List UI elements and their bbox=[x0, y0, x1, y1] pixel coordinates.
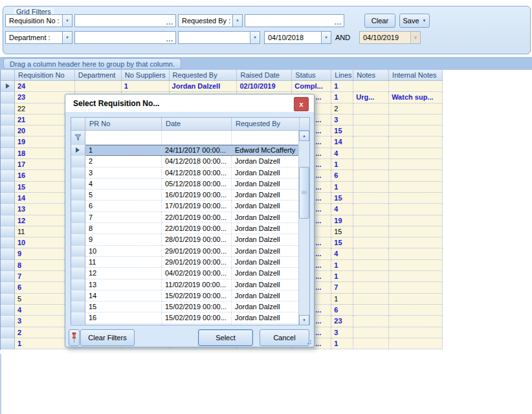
cell-status[interactable]: Compl... bbox=[292, 81, 331, 92]
row-selector-cell[interactable] bbox=[1, 159, 15, 170]
dialog-row-selector-cell[interactable] bbox=[71, 246, 85, 257]
dialog-cell-date[interactable]: 04/12/2018 00:00... bbox=[162, 156, 232, 167]
dialog-cell-requested-by[interactable]: Edward McCafferty bbox=[232, 145, 300, 156]
cell-internal-notes[interactable] bbox=[389, 125, 443, 136]
dialog-cell-pr-no[interactable]: 14 bbox=[85, 290, 162, 301]
dialog-cell-requested-by[interactable]: Jordan Dalzell bbox=[232, 290, 300, 301]
department-filter-input[interactable]: ... bbox=[74, 31, 176, 44]
clear-filters-button[interactable]: Clear Filters bbox=[80, 329, 135, 346]
ellipsis-icon[interactable]: ... bbox=[166, 36, 175, 43]
dialog-row-selector-cell[interactable] bbox=[71, 268, 85, 279]
scrollbar-thumb[interactable] bbox=[299, 167, 309, 219]
dialog-row-selector-cell[interactable] bbox=[71, 301, 85, 312]
dialog-list-item[interactable]: 11 29/01/2019 00:00... Jordan Dalzell bbox=[71, 257, 309, 268]
dialog-list-item[interactable]: 1 24/11/2017 00:00... Edward McCafferty bbox=[71, 145, 309, 156]
dialog-cell-pr-no[interactable]: 11 bbox=[85, 257, 162, 268]
cell-notes[interactable] bbox=[353, 136, 389, 147]
cell-internal-notes[interactable] bbox=[389, 327, 443, 338]
requested-by-filter-input[interactable]: ... bbox=[245, 14, 344, 27]
header-requested-by[interactable]: Requested By bbox=[170, 70, 238, 80]
cell-notes[interactable] bbox=[353, 170, 389, 181]
dialog-cell-pr-no[interactable]: 12 bbox=[85, 268, 162, 279]
header-department[interactable]: Department bbox=[75, 70, 122, 80]
dialog-cell-requested-by[interactable]: Jordan Dalzell bbox=[232, 168, 300, 179]
cell-lines[interactable]: 7 bbox=[331, 282, 353, 293]
cell-lines[interactable]: 3 bbox=[331, 327, 353, 338]
ellipsis-icon[interactable]: ... bbox=[335, 19, 344, 27]
dialog-row-selector-cell[interactable] bbox=[71, 201, 85, 212]
select-button[interactable]: Select bbox=[198, 329, 253, 346]
row-selector-cell[interactable] bbox=[1, 193, 15, 204]
dialog-cell-pr-no[interactable]: 5 bbox=[85, 190, 162, 201]
filter-funnel-cell[interactable] bbox=[71, 131, 85, 144]
cell-lines[interactable]: 1 bbox=[331, 182, 353, 193]
cell-internal-notes[interactable] bbox=[389, 282, 443, 293]
row-selector-cell[interactable] bbox=[1, 136, 15, 147]
chevron-down-icon[interactable]: ▼ bbox=[62, 15, 72, 27]
dialog-cell-requested-by[interactable]: Jordan Dalzell bbox=[232, 179, 300, 190]
dialog-cell-date[interactable]: 15/02/2019 00:00... bbox=[162, 290, 232, 301]
cell-notes[interactable] bbox=[353, 215, 389, 226]
cell-internal-notes[interactable] bbox=[389, 104, 443, 114]
dialog-row-selector-cell[interactable] bbox=[71, 312, 85, 323]
dialog-cell-pr-no[interactable]: 15 bbox=[85, 301, 162, 312]
cell-notes[interactable] bbox=[353, 237, 389, 248]
row-selector-cell[interactable] bbox=[1, 182, 15, 193]
chevron-down-icon[interactable]: ▼ bbox=[250, 32, 260, 43]
dialog-cell-requested-by[interactable]: Jordan Dalzell bbox=[232, 279, 300, 290]
dialog-cell-pr-no[interactable]: 2 bbox=[85, 156, 162, 167]
row-selector-cell[interactable] bbox=[1, 81, 15, 92]
cell-lines[interactable]: 4 bbox=[331, 204, 353, 215]
cell-internal-notes[interactable] bbox=[389, 204, 443, 215]
cell-notes[interactable] bbox=[353, 104, 389, 114]
dialog-cell-requested-by[interactable]: Jordan Dalzell bbox=[232, 246, 300, 257]
cell-notes[interactable] bbox=[353, 271, 389, 282]
cell-internal-notes[interactable] bbox=[389, 226, 443, 237]
dialog-cell-date[interactable]: 04/02/2019 00:00... bbox=[162, 268, 232, 279]
ellipsis-icon[interactable]: ... bbox=[166, 19, 175, 27]
header-selector-cell[interactable] bbox=[1, 70, 15, 80]
cell-lines[interactable]: 4 bbox=[331, 148, 353, 159]
chevron-down-icon[interactable]: ▼ bbox=[423, 19, 427, 23]
cell-notes[interactable] bbox=[353, 294, 389, 305]
dialog-list-item[interactable]: 10 29/01/2019 00:00... Jordan Dalzell bbox=[71, 246, 309, 257]
dialog-cell-requested-by[interactable]: Jordan Dalzell bbox=[232, 234, 300, 245]
dialog-cell-date[interactable]: 29/01/2019 00:00... bbox=[162, 257, 232, 268]
header-raised-date[interactable]: Raised Date bbox=[237, 70, 292, 80]
dialog-list-item[interactable]: 15 15/02/2019 00:00... Jordan Dalzell bbox=[71, 301, 309, 312]
cell-notes[interactable] bbox=[353, 338, 389, 349]
row-selector-cell[interactable] bbox=[1, 282, 15, 293]
cell-notes[interactable] bbox=[353, 204, 389, 215]
header-internal-notes[interactable]: Internal Notes bbox=[389, 70, 443, 80]
row-selector-cell[interactable] bbox=[1, 260, 15, 271]
dialog-cell-date[interactable]: 22/01/2019 00:00... bbox=[162, 212, 232, 223]
dialog-cell-requested-by[interactable]: Jordan Dalzell bbox=[232, 257, 300, 268]
chevron-down-icon[interactable]: ▼ bbox=[232, 15, 242, 27]
header-notes[interactable]: Notes bbox=[353, 70, 389, 80]
cell-lines[interactable]: 3 bbox=[331, 114, 353, 125]
dialog-list-item[interactable]: 16 15/02/2019 00:00... Jordan Dalzell bbox=[71, 312, 309, 323]
row-selector-cell[interactable] bbox=[1, 327, 15, 338]
cell-notes[interactable] bbox=[353, 182, 389, 193]
row-selector-cell[interactable] bbox=[1, 316, 15, 327]
cell-internal-notes[interactable] bbox=[389, 81, 443, 92]
cell-lines[interactable]: 19 bbox=[331, 215, 353, 226]
cell-lines[interactable]: 15 bbox=[331, 193, 353, 204]
cell-notes[interactable] bbox=[353, 316, 389, 327]
dialog-cell-requested-by[interactable]: Jordan Dalzell bbox=[232, 223, 300, 234]
cell-lines[interactable]: 4 bbox=[331, 248, 353, 259]
dialog-cell-requested-by[interactable]: Jordan Dalzell bbox=[232, 212, 300, 223]
dialog-cell-pr-no[interactable]: 10 bbox=[85, 246, 162, 257]
cell-notes[interactable] bbox=[353, 193, 389, 204]
table-row[interactable]: 24 1 Jordan Dalzell 02/10/2019 Compl... … bbox=[1, 81, 443, 92]
dialog-row-selector-cell[interactable] bbox=[71, 156, 85, 167]
cell-lines[interactable]: 15 bbox=[331, 237, 353, 248]
cell-lines[interactable]: 1 bbox=[331, 260, 353, 271]
dialog-row-selector-cell[interactable] bbox=[71, 279, 85, 290]
cell-no-suppliers[interactable]: 1 bbox=[122, 81, 170, 92]
header-status[interactable]: Status bbox=[292, 70, 331, 80]
dialog-row-selector-cell[interactable] bbox=[71, 212, 85, 223]
cell-lines[interactable]: 1 bbox=[331, 271, 353, 282]
dialog-cell-date[interactable]: 15/02/2019 00:00... bbox=[162, 312, 232, 323]
dialog-list-item[interactable]: 4 05/12/2018 00:00... Jordan Dalzell bbox=[71, 179, 309, 190]
